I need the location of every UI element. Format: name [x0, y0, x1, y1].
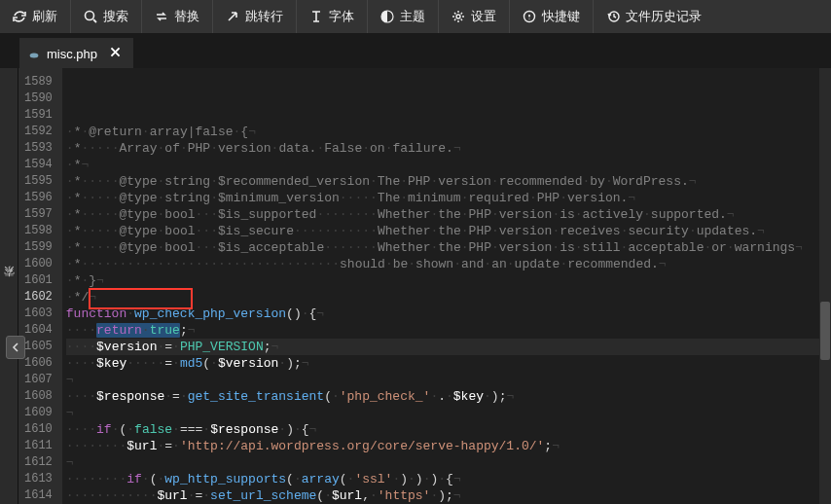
shortcut-icon [523, 10, 536, 23]
line-number: 1595 [24, 173, 53, 190]
tab-bar: misc.php [0, 33, 831, 68]
search-icon [84, 10, 97, 23]
line-number: 1612 [24, 454, 53, 471]
line-number: 1590 [24, 90, 53, 107]
line-number: 1611 [24, 438, 53, 454]
line-number: 1600 [24, 256, 53, 272]
font-icon [309, 10, 323, 23]
line-number: 1614 [24, 487, 53, 504]
svg-point-2 [456, 15, 460, 18]
replace-button[interactable]: 替换 [142, 0, 213, 33]
line-number: 1594 [24, 157, 53, 173]
code-line: ········if·(·wp_http_supports(·array(·'s… [66, 471, 831, 487]
toolbar: 刷新搜索替换跳转行字体主题设置快捷键文件历史记录 [0, 0, 831, 33]
code-line: ·*·@return·array|false·{¬ [66, 124, 831, 140]
font-button[interactable]: 字体 [297, 0, 368, 33]
search-button[interactable]: 搜索 [71, 0, 142, 33]
goto-button[interactable]: 跳转行 [213, 0, 297, 33]
replace-icon [155, 10, 168, 23]
line-number: 1592 [24, 124, 53, 140]
line-number-gutter: 1589159015911592159315941595159615971598… [18, 68, 62, 504]
line-number: 1605 [24, 339, 53, 355]
code-line: ·*·····@type·bool···$is_acceptable······… [66, 239, 831, 256]
code-line: ·*·····@type·bool···$is_secure··········… [66, 223, 831, 239]
refresh-icon [13, 10, 26, 23]
line-number: 1597 [24, 206, 53, 223]
side-panel-collapsed[interactable]: 索 [0, 68, 18, 504]
code-line: ····if·(·false·===·$response·)·{¬ [66, 421, 831, 438]
code-line: ·*·····@type·string·$minimum_version····… [66, 190, 831, 206]
line-number: 1602 [24, 289, 53, 306]
settings-button[interactable]: 设置 [439, 0, 510, 33]
php-file-icon [29, 49, 39, 58]
code-line: function·wp_check_php_version()·{¬ [66, 306, 831, 322]
svg-point-0 [86, 12, 94, 20]
code-line: ·*·····@type·bool···$is_supported·······… [66, 206, 831, 223]
code-line: ········$url·=·'http://api.wordpress.org… [66, 438, 831, 454]
vertical-scrollbar[interactable] [819, 68, 831, 504]
line-number: 1608 [24, 388, 53, 405]
line-number: 1593 [24, 140, 53, 157]
code-line: ·*/¬ [66, 289, 831, 306]
line-number: 1604 [24, 322, 53, 339]
code-line: ¬ [66, 372, 831, 388]
tab-filename: misc.php [47, 47, 97, 61]
code-line: ····$version·=·PHP_VERSION;¬ [66, 339, 831, 355]
code-line: ············$url·=·set_url_scheme(·$url,… [66, 487, 831, 504]
code-line: ·*¬ [66, 157, 831, 173]
line-number: 1613 [24, 471, 53, 487]
line-number: 1609 [24, 405, 53, 421]
history-icon [606, 10, 620, 23]
editor: 索 15891590159115921593159415951596159715… [0, 68, 831, 504]
history-button[interactable]: 文件历史记录 [594, 0, 714, 33]
line-number: 1599 [24, 239, 53, 256]
line-number: 1610 [24, 421, 53, 438]
line-number: 1606 [24, 355, 53, 372]
theme-button[interactable]: 主题 [368, 0, 439, 33]
code-line: ¬ [66, 454, 831, 471]
tab-misc-php[interactable]: misc.php [19, 38, 133, 68]
code-line: ·*·····@type·string·$recommended_version… [66, 173, 831, 190]
code-line: ·*·····Array·of·PHP·version·data.·False·… [66, 140, 831, 157]
scrollbar-thumb[interactable] [820, 302, 830, 360]
line-number: 1591 [24, 107, 53, 124]
line-number: 1596 [24, 190, 53, 206]
theme-icon [380, 10, 394, 23]
goto-icon [226, 10, 239, 23]
code-line: ····$response·=·get_site_transient(·'php… [66, 388, 831, 405]
code-line: ¬ [66, 405, 831, 421]
svg-point-5 [30, 54, 39, 58]
line-number: 1603 [24, 306, 53, 322]
tab-close-icon[interactable] [109, 46, 122, 61]
code-line: ····$key·····=·md5(·$version·);¬ [66, 355, 831, 372]
settings-icon [452, 10, 465, 23]
code-line: ·*·}¬ [66, 272, 831, 289]
code-line: ····return·true;¬ [66, 322, 831, 339]
refresh-button[interactable]: 刷新 [0, 0, 71, 33]
line-number: 1601 [24, 272, 53, 289]
panel-collapse-handle[interactable] [6, 336, 25, 359]
line-number: 1598 [24, 223, 53, 239]
code-line: ·*··································shou… [66, 256, 831, 272]
line-number: 1589 [24, 74, 53, 90]
line-number: 1607 [24, 372, 53, 388]
shortcut-button[interactable]: 快捷键 [510, 0, 594, 33]
code-area[interactable]: ·*·@return·array|false·{¬·*·····Array·of… [62, 68, 831, 504]
